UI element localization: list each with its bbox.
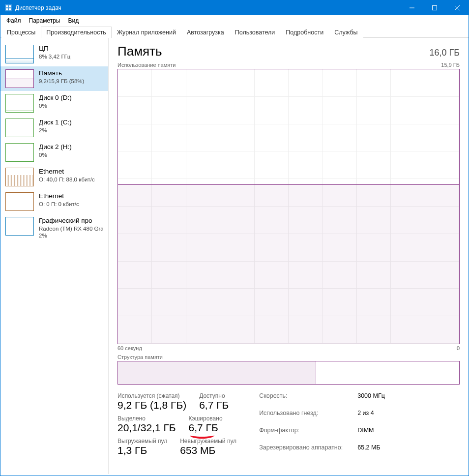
spec-form-k: Форм-фактор: [259,427,343,442]
memory-thumb-icon [5,69,34,88]
sidebar-gpu-sub1: Radeon (TM) RX 480 Gra [39,225,103,232]
menu-view[interactable]: Вид [64,16,83,25]
memory-composition-bar[interactable] [117,361,460,385]
commit-label: Выделено [117,415,176,422]
sidebar-item-disk0[interactable]: Диск 0 (D:) 0% [0,91,108,116]
memory-chart-fill [118,184,459,344]
sidebar-cpu-sub: 8% 3,42 ГГц [39,53,70,60]
tab-details[interactable]: Подробности [280,27,329,38]
tab-startup[interactable]: Автозагрузка [181,27,230,38]
sidebar-item-gpu[interactable]: Графический про Radeon (TM) RX 480 Gra 2… [0,214,108,242]
minimize-button[interactable] [401,0,423,15]
paged-label: Выгружаемый пул [117,438,167,445]
spec-speed-k: Скорость: [259,392,343,408]
sidebar-disk0-title: Диск 0 (D:) [39,94,72,102]
avail-label: Доступно [199,392,229,399]
menubar: Файл Параметры Вид [0,15,469,26]
disk-thumb-icon [5,119,34,137]
sidebar-disk1-sub: 2% [39,127,72,134]
tab-services[interactable]: Службы [329,27,363,38]
window-title: Диспетчер задач [15,4,401,11]
sidebar-item-ethernet2[interactable]: Ethernet О: 0 П: 0 кбит/с [0,189,108,214]
sidebar-cpu-title: ЦП [39,45,70,53]
sidebar-item-disk2[interactable]: Диск 2 (H:) 0% [0,140,108,165]
spec-hw-k: Зарезервировано аппаратно: [259,444,343,459]
tab-apphistory[interactable]: Журнал приложений [112,27,181,38]
titlebar[interactable]: Диспетчер задач [0,0,469,15]
sidebar-eth2-sub: О: 0 П: 0 кбит/с [39,201,79,208]
sidebar-item-disk1[interactable]: Диск 1 (C:) 2% [0,116,108,140]
disk-thumb-icon [5,94,34,113]
sidebar-disk1-title: Диск 1 (C:) [39,119,72,127]
memory-total: 16,0 ГБ [429,48,460,58]
composition-used-segment [118,361,316,384]
paged-value: 1,3 ГБ [117,445,167,456]
sidebar-eth2-title: Ethernet [39,192,79,201]
sidebar-eth1-sub: О: 40,0 П: 88,0 кбит/с [39,176,95,183]
composition-label: Структура памяти [117,354,460,360]
svg-rect-4 [9,8,11,10]
menu-options[interactable]: Параметры [25,16,64,25]
xaxis-right: 0 [457,345,460,351]
spec-form-v: DIMM [357,427,385,442]
chart-label: Использование памяти [117,62,176,68]
sidebar-gpu-title: Графический про [39,217,103,225]
tab-processes[interactable]: Процессы [1,27,41,38]
sidebar-mem-sub: 9,2/15,9 ГБ (58%) [39,78,84,85]
spec-speed-v: 3000 МГц [357,392,385,408]
svg-rect-2 [9,5,11,7]
spec-hw-v: 65,2 МБ [357,444,385,459]
sidebar-mem-title: Память [39,69,84,78]
tab-users[interactable]: Пользователи [230,27,281,38]
close-button[interactable] [446,0,469,15]
sidebar-item-cpu[interactable]: ЦП 8% 3,42 ГГц [0,42,108,66]
used-value: 9,2 ГБ (1,8 ГБ) [117,399,186,411]
sidebar-item-ethernet1[interactable]: Ethernet О: 40,0 П: 88,0 кбит/с [0,165,108,189]
sidebar-disk2-sub: 0% [39,151,72,158]
annotation-mark-icon [190,432,214,439]
cached-label: Кэшировано [189,415,223,422]
gpu-thumb-icon [5,217,34,236]
menu-file[interactable]: Файл [2,16,25,25]
nonpaged-value: 653 МБ [180,445,236,456]
commit-value: 20,1/32,1 ГБ [117,422,176,434]
sidebar-gpu-sub2: 2% [39,232,103,239]
svg-rect-3 [6,8,8,10]
tab-performance[interactable]: Производительность [41,27,111,38]
memory-usage-chart[interactable] [117,69,460,344]
sidebar-disk2-title: Диск 2 (H:) [39,143,72,151]
chart-ymax: 15,9 ГБ [441,62,460,68]
memory-specs: Скорость: 3000 МГц Использовано гнезд: 2… [259,392,385,459]
page-title: Память [117,44,162,59]
avail-value: 6,7 ГБ [199,399,229,411]
spec-slots-k: Использовано гнезд: [259,410,343,425]
main-panel: Память 16,0 ГБ Использование памяти 15,9… [109,38,469,474]
ethernet-thumb-icon [5,192,34,211]
tabbar: Процессы Производительность Журнал прило… [0,26,469,38]
app-icon [4,4,12,12]
nonpaged-label: Невыгружаемый пул [180,438,236,445]
disk-thumb-icon [5,143,34,162]
xaxis-left: 60 секунд [117,345,142,351]
cpu-thumb-icon [5,45,34,63]
sidebar-eth1-title: Ethernet [39,168,95,176]
spec-slots-v: 2 из 4 [357,410,385,425]
sidebar-disk0-sub: 0% [39,102,72,109]
sidebar: ЦП 8% 3,42 ГГц Память 9,2/15,9 ГБ (58%) … [0,38,109,474]
sidebar-item-memory[interactable]: Память 9,2/15,9 ГБ (58%) [0,66,108,91]
svg-rect-6 [433,6,437,10]
used-label: Используется (сжатая) [117,392,186,399]
maximize-button[interactable] [423,0,446,15]
svg-rect-1 [6,5,8,7]
ethernet-thumb-icon [5,168,34,186]
